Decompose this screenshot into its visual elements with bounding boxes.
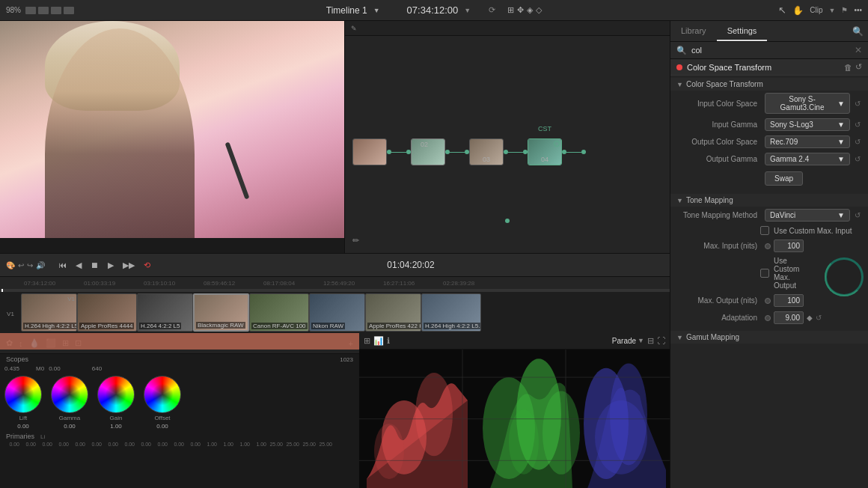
tone-method-reset[interactable]: ↺ bbox=[853, 210, 862, 221]
curve-tool-icon[interactable]: ✏ bbox=[352, 236, 359, 245]
adaptation-knob[interactable] bbox=[825, 257, 864, 296]
cst-section: ▼ Color Space Transform Input Color Spac… bbox=[670, 76, 868, 192]
clip-label-2: Apple ProRes 4444 bbox=[79, 323, 134, 329]
cst-section-header[interactable]: ▼ Color Space Transform bbox=[670, 78, 868, 91]
effect-reset-icon[interactable]: ↺ bbox=[855, 62, 862, 72]
node-edit-icon[interactable]: ✎ bbox=[351, 25, 357, 32]
offset-color-wheel[interactable] bbox=[144, 376, 181, 413]
dropdown-chevron: ▼ bbox=[837, 100, 845, 108]
custom-max-output-checkbox-row: Use Custom Max. Output bbox=[670, 254, 820, 292]
output-gamma-dropdown[interactable]: Gamma 2.4 ▼ bbox=[765, 153, 850, 165]
output-cs-reset[interactable]: ↺ bbox=[853, 136, 862, 147]
timecode-icon[interactable]: ▼ bbox=[464, 7, 471, 14]
input-color-space-value: Sony S-Gamut3.Cine ▼ ↺ bbox=[765, 93, 862, 114]
input-cs-reset[interactable]: ↺ bbox=[853, 98, 862, 109]
output-color-space-dropdown[interactable]: Rec.709 ▼ bbox=[765, 135, 850, 148]
clip-3[interactable]: H.264 4:2:2 L5 bbox=[137, 293, 193, 332]
clip-label-3: H.264 4:2:2 L5 bbox=[139, 323, 181, 329]
gamut-mapping-header[interactable]: ▼ Gamut Mapping bbox=[670, 331, 868, 344]
node-item-4[interactable]: CST 04 bbox=[528, 138, 562, 165]
input-gamma-reset[interactable]: ↺ bbox=[853, 119, 862, 130]
effect-delete-icon[interactable]: 🗑 bbox=[844, 63, 852, 72]
timeline-dropdown-icon[interactable]: ▼ bbox=[373, 7, 380, 14]
more-options[interactable]: ••• bbox=[854, 6, 862, 14]
clip-dropdown-icon[interactable]: ▼ bbox=[829, 7, 836, 14]
input-gamma-row: Input Gamma Sony S-Log3 ▼ ↺ bbox=[670, 116, 868, 133]
clip-flag-icon: ⚑ bbox=[841, 6, 848, 14]
clip-label-6: Nikon RAW bbox=[311, 323, 345, 329]
scopes-label: Scopes 1023 bbox=[0, 354, 359, 365]
scopes-chart-icon[interactable]: 📊 bbox=[373, 336, 384, 346]
scopes-layout-icon[interactable]: ⊟ bbox=[647, 336, 654, 346]
playhead-bar[interactable] bbox=[0, 289, 670, 292]
top-bar-center: Timeline 1 ▼ 07:34:12:00 ▼ ⟳ ⊞ ✥ ◈ ◇ bbox=[326, 4, 542, 16]
adaptation-reset[interactable]: ↺ bbox=[816, 314, 822, 322]
play-btn[interactable]: ▶ bbox=[106, 259, 115, 272]
output-color-space-value: Rec.709 ▼ ↺ bbox=[765, 135, 862, 148]
lift-wheel: Lift 0.00 bbox=[4, 376, 42, 430]
clip-5[interactable]: Canon RF-AVC 100 bbox=[249, 293, 309, 332]
input-gamma-value: Sony S-Log3 ▼ ↺ bbox=[765, 118, 862, 131]
scopes-info-icon[interactable]: ℹ bbox=[387, 336, 390, 346]
parade-dropdown-icon[interactable]: ▼ bbox=[638, 337, 644, 344]
node-item-1[interactable] bbox=[352, 138, 387, 165]
video-bg bbox=[0, 21, 344, 238]
custom-max-output-left: Use Custom Max. Output Max. Output (nits… bbox=[670, 254, 820, 309]
tone-mapping-header[interactable]: ▼ Tone Mapping bbox=[670, 194, 868, 207]
max-input-value bbox=[765, 240, 862, 252]
prev-frame-btn[interactable]: ◀ bbox=[74, 259, 83, 272]
clip-8[interactable]: H.264 High 4:2:2 L5.2 bbox=[421, 293, 481, 332]
scopes-grid-icon[interactable]: ⊞ bbox=[364, 336, 370, 346]
tone-mapping-dropdown[interactable]: DaVinci ▼ bbox=[765, 209, 850, 222]
node-item-2[interactable]: 02 bbox=[411, 138, 445, 165]
node-box-4: 04 bbox=[528, 138, 562, 165]
tab-settings[interactable]: Settings bbox=[717, 21, 768, 41]
gamma-color-wheel[interactable] bbox=[51, 376, 88, 413]
lift-color-wheel[interactable] bbox=[4, 376, 42, 413]
input-color-space-row: Input Color Space Sony S-Gamut3.Cine ▼ ↺ bbox=[670, 91, 868, 116]
tab-library[interactable]: Library bbox=[670, 21, 717, 41]
sync-icon[interactable]: ⟳ bbox=[489, 5, 495, 15]
cst-section-label: Color Space Transform bbox=[686, 80, 763, 88]
clip-4[interactable]: Blackmagic RAW bbox=[193, 293, 249, 332]
undo-icon[interactable]: ↩ bbox=[18, 261, 24, 269]
input-gamma-dropdown[interactable]: Sony S-Log3 ▼ bbox=[765, 118, 850, 131]
cursor-icon[interactable]: ↖ bbox=[778, 4, 786, 16]
adaptation-field[interactable] bbox=[774, 311, 804, 324]
node-item-3[interactable]: 03 bbox=[469, 138, 504, 165]
swap-button[interactable]: Swap bbox=[765, 171, 803, 186]
clip-label-7: Apple ProRes 422 HQ bbox=[367, 323, 421, 329]
dropdown-chevron-4: ▼ bbox=[837, 155, 845, 163]
color-tools-icon[interactable]: 🎨 bbox=[6, 261, 15, 269]
loop-btn[interactable]: ⟲ bbox=[142, 259, 152, 272]
clip-7[interactable]: Apple ProRes 422 HQ bbox=[365, 293, 421, 332]
stop-btn[interactable]: ⏹ bbox=[89, 259, 100, 271]
dropdown-chevron-3: ▼ bbox=[837, 138, 845, 146]
search-open-icon[interactable]: 🔍 bbox=[852, 26, 864, 37]
adaptation-value: ◆ ↺ bbox=[765, 311, 862, 324]
clip-1[interactable]: V1 H.264 High 4:2:2 L5:1 bbox=[21, 293, 77, 332]
audio-icon[interactable]: 🔊 bbox=[36, 261, 45, 269]
output-gamma-reset[interactable]: ↺ bbox=[853, 153, 862, 165]
zoom-level: 98% bbox=[6, 6, 21, 14]
redo-icon[interactable]: ↪ bbox=[27, 261, 33, 269]
tone-mapping-method-label: Tone Mapping Method bbox=[679, 211, 762, 219]
custom-max-input-checkbox[interactable] bbox=[760, 226, 769, 235]
next-frame-btn[interactable]: ▶▶ bbox=[121, 259, 136, 272]
adaptation-keyframe-icon[interactable]: ◆ bbox=[807, 314, 813, 322]
clip-6[interactable]: Nikon RAW bbox=[309, 293, 365, 332]
top-bar: 98% Timeline 1 ▼ 07:34:12:00 ▼ ⟳ ⊞ ✥ ◈ ◇… bbox=[0, 0, 868, 21]
search-input[interactable] bbox=[691, 46, 850, 55]
search-clear-icon[interactable]: ✕ bbox=[855, 45, 862, 55]
parade-dropdown[interactable]: Parade ▼ bbox=[612, 337, 644, 345]
skip-start-btn[interactable]: ⏮ bbox=[57, 259, 68, 271]
hand-icon[interactable]: ✋ bbox=[792, 5, 804, 16]
clip-2[interactable]: Apple ProRes 4444 bbox=[77, 293, 137, 332]
max-input-field[interactable] bbox=[774, 240, 804, 252]
custom-max-output-checkbox[interactable] bbox=[760, 269, 769, 278]
max-output-field[interactable] bbox=[774, 294, 804, 307]
scopes-expand-icon[interactable]: ⛶ bbox=[657, 336, 665, 345]
input-color-space-dropdown[interactable]: Sony S-Gamut3.Cine ▼ bbox=[765, 93, 850, 114]
video-preview bbox=[0, 21, 344, 238]
gain-color-wheel[interactable] bbox=[97, 376, 135, 413]
